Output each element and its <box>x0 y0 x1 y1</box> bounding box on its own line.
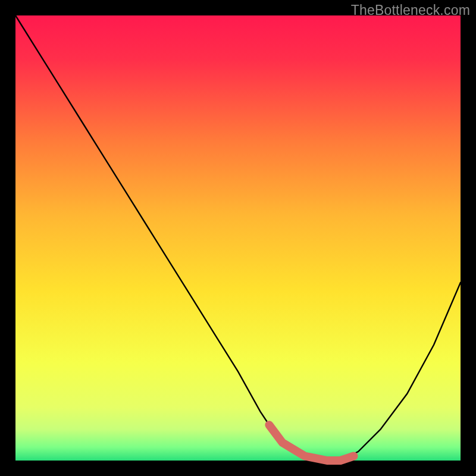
plot-background <box>15 15 461 461</box>
chart-frame: TheBottleneck.com <box>0 0 476 476</box>
chart-svg <box>0 0 476 476</box>
watermark-text: TheBottleneck.com <box>351 2 470 18</box>
